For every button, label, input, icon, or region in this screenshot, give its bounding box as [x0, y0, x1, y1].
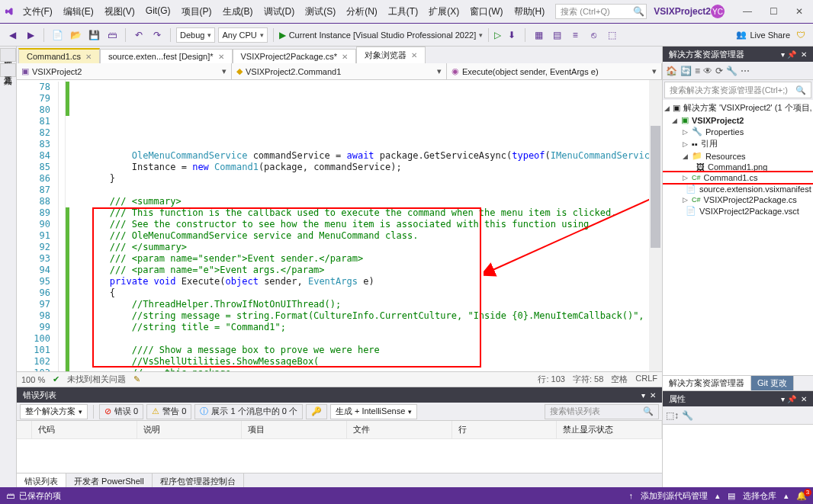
- doc-tab[interactable]: 对象浏览器✕: [356, 47, 426, 63]
- menu-生成(B)[interactable]: 生成(B): [218, 2, 258, 21]
- show-all-icon[interactable]: 👁: [703, 66, 712, 76]
- tb-misc5-icon[interactable]: ⬚: [604, 27, 619, 43]
- tb-misc4-icon[interactable]: ⎋: [586, 27, 601, 43]
- menu-窗口(W)[interactable]: 窗口(W): [465, 2, 507, 21]
- panel-close-icon[interactable]: ✕: [801, 395, 807, 403]
- refs-node[interactable]: 引用: [701, 138, 718, 149]
- start-icon[interactable]: ▶: [279, 30, 286, 40]
- error-col-header[interactable]: 代码: [32, 421, 137, 439]
- error-col-header[interactable]: 文件: [347, 421, 452, 439]
- menu-工具(T)[interactable]: 工具(T): [384, 2, 423, 21]
- tb-misc3-icon[interactable]: ≡: [567, 27, 583, 43]
- menu-icon[interactable]: ⋯: [741, 66, 750, 76]
- tab-close-icon[interactable]: ✕: [218, 53, 224, 61]
- messages-filter[interactable]: ⓘ展示 1 个消息中的 0 个: [194, 404, 302, 419]
- select-repo[interactable]: 选择仓库: [743, 490, 776, 502]
- refresh-icon[interactable]: ⟳: [715, 66, 723, 76]
- collapse-icon[interactable]: ≡: [695, 66, 700, 76]
- error-scope-combo[interactable]: 整个解决方案: [20, 404, 88, 419]
- props-node[interactable]: Properties: [705, 127, 744, 136]
- solution-tree[interactable]: ◢▣解决方案 'VSIXProject2' (1 个项目, 共 ◢▣VSIXPr…: [663, 100, 813, 375]
- package-node[interactable]: VSIXProject2Package.cs: [704, 195, 797, 204]
- nav-member[interactable]: ◉Execute(object sender, EventArgs e): [447, 63, 662, 79]
- panel-pin-icon[interactable]: ▾ 📌: [781, 395, 796, 403]
- nav-project[interactable]: ▣VSIXProject2: [17, 63, 232, 79]
- run-target[interactable]: Current Instance [Visual Studio Professi…: [289, 30, 477, 40]
- redo-icon[interactable]: ↷: [149, 27, 165, 43]
- png-node[interactable]: Command1.png: [708, 162, 767, 172]
- panel-close-icon[interactable]: ✕: [801, 50, 807, 59]
- nav-back-icon[interactable]: ◀: [5, 27, 20, 43]
- datasource-tab[interactable]: 数据源: [0, 48, 16, 62]
- maximize-button[interactable]: ☐: [764, 6, 782, 17]
- manifest-node[interactable]: source.extension.vsixmanifest: [699, 185, 811, 194]
- save-all-icon[interactable]: 🗃: [104, 27, 120, 43]
- fold-column[interactable]: [55, 80, 66, 371]
- menu-文件(F)[interactable]: 文件(F): [18, 2, 57, 21]
- home-icon[interactable]: 🏠: [666, 66, 677, 76]
- error-col-header[interactable]: 项目: [242, 421, 347, 439]
- brush-icon[interactable]: ✎: [133, 374, 140, 384]
- doc-tab[interactable]: VSIXProject2Package.cs*✕: [233, 49, 357, 63]
- solution-search[interactable]: 搜索解决方案资源管理器(Ctrl+;)🔍: [664, 82, 811, 98]
- zoom-level[interactable]: 100 %: [21, 375, 45, 384]
- build-intellisense-combo[interactable]: 生成 + IntelliSense: [330, 404, 417, 419]
- tab-close-icon[interactable]: ✕: [411, 51, 417, 59]
- menu-测试(S)[interactable]: 测试(S): [300, 2, 340, 21]
- add-scm[interactable]: 添加到源代码管理: [641, 490, 708, 502]
- user-avatar[interactable]: YC: [711, 5, 725, 18]
- step-icon[interactable]: ⬇: [504, 27, 519, 43]
- close-button[interactable]: ✕: [790, 6, 808, 17]
- error-col-header[interactable]: [17, 421, 32, 439]
- code-editor[interactable]: 7879808182838485868788899091929394959697…: [17, 80, 662, 371]
- menu-项目(P)[interactable]: 项目(P): [177, 2, 217, 21]
- errors-filter[interactable]: ⊘错误 0: [99, 404, 143, 419]
- error-col-header[interactable]: 说明: [137, 421, 243, 439]
- sort-icon[interactable]: ⬚↕: [666, 410, 679, 421]
- panel-close-icon[interactable]: ✕: [650, 391, 656, 400]
- status-indent[interactable]: 空格: [611, 374, 628, 385]
- doc-tab[interactable]: source.exten...fest [Design]*✕: [100, 49, 233, 63]
- undo-icon[interactable]: ↶: [131, 27, 146, 43]
- error-col-header[interactable]: 禁止显示状态: [557, 421, 662, 439]
- menu-Git(G)[interactable]: Git(G): [141, 2, 175, 21]
- issues-label[interactable]: 未找到相关问题: [67, 374, 126, 385]
- menu-帮助(H)[interactable]: 帮助(H): [509, 2, 550, 21]
- platform-combo[interactable]: Any CPU: [218, 27, 267, 43]
- tb-misc1-icon[interactable]: ▦: [531, 27, 546, 43]
- warnings-filter[interactable]: ⚠警告 0: [146, 404, 191, 419]
- tab-close-icon[interactable]: ✕: [342, 53, 348, 61]
- search-icon[interactable]: 🔍: [633, 6, 644, 17]
- tab-close-icon[interactable]: ✕: [85, 53, 92, 61]
- open-icon[interactable]: 📂: [68, 27, 83, 43]
- status-line[interactable]: 行: 103: [538, 374, 564, 385]
- save-all-status-icon[interactable]: 🗃: [6, 491, 14, 500]
- error-search[interactable]: 搜索错误列表🔍: [545, 404, 659, 419]
- git-changes-tab[interactable]: Git 更改: [751, 376, 794, 390]
- config-combo[interactable]: Debug: [176, 27, 215, 43]
- tb-misc2-icon[interactable]: ▤: [549, 27, 564, 43]
- status-eol[interactable]: CRLF: [635, 374, 657, 385]
- menu-编辑(E)[interactable]: 编辑(E): [59, 2, 98, 21]
- key-icon[interactable]: 🔑: [306, 404, 327, 419]
- panel-pin-icon[interactable]: ▾ 📌: [781, 50, 796, 59]
- code-text[interactable]: OleMenuCommandService commandService = a…: [66, 80, 649, 371]
- resources-node[interactable]: Resources: [705, 152, 746, 161]
- doc-tab[interactable]: Command1.cs✕: [18, 48, 100, 63]
- sync-icon[interactable]: 🔄: [680, 66, 692, 76]
- vertical-scrollbar[interactable]: [649, 80, 662, 371]
- toolbox-tab[interactable]: 工具箱: [0, 63, 16, 77]
- solution-tab[interactable]: 解决方案资源管理器: [663, 376, 751, 390]
- prop-icon[interactable]: 🔧: [682, 410, 693, 421]
- save-icon[interactable]: 💾: [86, 27, 101, 43]
- menu-扩展(X)[interactable]: 扩展(X): [424, 2, 464, 21]
- command1-node[interactable]: Command1.cs: [704, 173, 758, 182]
- props-icon[interactable]: 🔧: [726, 66, 737, 76]
- menu-视图(V)[interactable]: 视图(V): [100, 2, 140, 21]
- error-col-header[interactable]: 行: [452, 421, 558, 439]
- admin-icon[interactable]: 🛡: [793, 27, 808, 43]
- panel-menu-icon[interactable]: ▾: [641, 391, 645, 400]
- notification-bell[interactable]: 🔔3: [796, 491, 807, 501]
- menu-分析(N)[interactable]: 分析(N): [342, 2, 382, 21]
- start-noDebug-icon[interactable]: ▷: [494, 30, 501, 40]
